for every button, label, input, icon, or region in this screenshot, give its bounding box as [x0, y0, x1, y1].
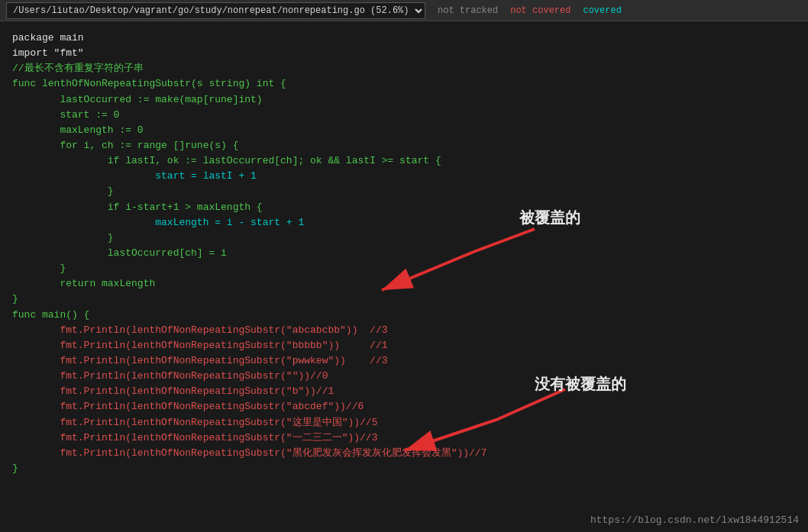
code-line: fmt.Println(lenthOfNonRepeatingSubstr("p…: [12, 353, 796, 369]
code-line: func main() {: [12, 308, 796, 323]
code-line: }: [12, 461, 796, 476]
code-line: //最长不含有重复字符的子串: [12, 61, 796, 76]
code-line: fmt.Println(lenthOfNonRepeatingSubstr("这…: [12, 415, 796, 430]
code-line: }: [12, 231, 796, 246]
code-line: fmt.Println(lenthOfNonRepeatingSubstr("黑…: [12, 446, 796, 461]
code-line: start := 0: [12, 108, 796, 123]
code-line: lastOccurred := make(map[rune]int): [12, 92, 796, 108]
code-line: for i, ch := range []rune(s) {: [12, 138, 796, 153]
code-line: if lastI, ok := lastOccurred[ch]; ok && …: [12, 153, 796, 169]
code-line: fmt.Println(lenthOfNonRepeatingSubstr("一…: [12, 430, 796, 446]
footer-url: https://blog.csdn.net/lxw1844912514: [590, 514, 799, 526]
code-line: fmt.Println(lenthOfNonRepeatingSubstr("a…: [12, 399, 796, 414]
code-line: if i-start+1 > maxLength {: [12, 200, 796, 215]
code-line: }: [12, 184, 796, 199]
code-line: package main: [12, 31, 796, 46]
code-line: fmt.Println(lenthOfNonRepeatingSubstr("b…: [12, 384, 796, 399]
file-selector[interactable]: /Users/liutao/Desktop/vagrant/go/study/n…: [6, 2, 425, 19]
code-line: }: [12, 261, 796, 276]
code-line: maxLength := 0: [12, 123, 796, 138]
legend-not-covered: not covered: [510, 5, 570, 16]
code-line: return maxLength: [12, 276, 796, 292]
legend-not-tracked: not tracked: [438, 5, 498, 16]
code-line: fmt.Println(lenthOfNonRepeatingSubstr(""…: [12, 369, 796, 384]
code-line: }: [12, 292, 796, 307]
legend-covered: covered: [583, 5, 621, 16]
code-area: package mainimport "fmt"//最长不含有重复字符的子串fu…: [0, 21, 808, 485]
code-line: import "fmt": [12, 46, 796, 61]
code-line: maxLength = i - start + 1: [12, 215, 796, 231]
code-line: start = lastI + 1: [12, 169, 796, 184]
top-bar: /Users/liutao/Desktop/vagrant/go/study/n…: [0, 0, 808, 21]
code-line: fmt.Println(lenthOfNonRepeatingSubstr("a…: [12, 323, 796, 338]
code-line: fmt.Println(lenthOfNonRepeatingSubstr("b…: [12, 338, 796, 353]
code-line: func lenthOfNonRepeatingSubstr(s string)…: [12, 76, 796, 92]
code-line: lastOccurred[ch] = i: [12, 246, 796, 261]
